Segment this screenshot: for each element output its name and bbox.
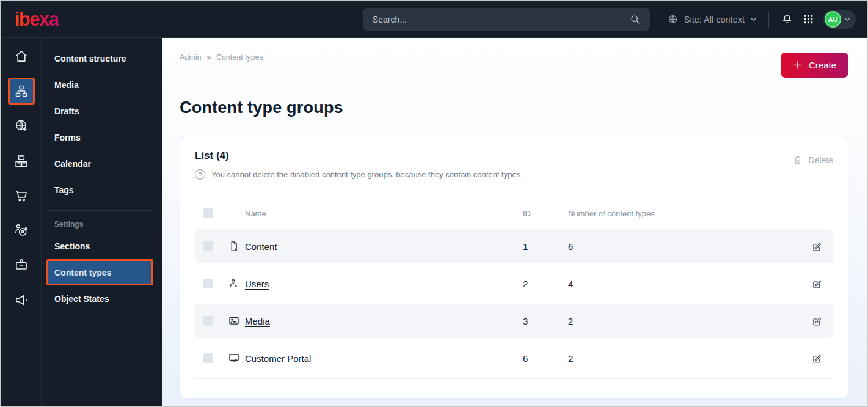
top-bar: ibexa Site: All context [1,1,867,38]
content-sidebar: Content structure Media Drafts Forms Cal… [41,38,162,406]
main-icon-rail [1,38,41,406]
edit-button[interactable] [811,315,822,327]
admin-badge-icon [13,257,29,273]
group-id: 6 [523,353,568,364]
chevron-down-icon [750,17,757,21]
search-icon[interactable] [629,13,641,26]
topbar-divider [768,12,769,28]
group-count: 4 [568,279,804,289]
megaphone-icon [13,292,29,308]
list-title: List (4) [195,150,523,162]
rail-item-personalization[interactable] [8,217,35,244]
group-id: 1 [523,241,568,252]
sidebar-item-content-structure[interactable]: Content structure [46,45,153,72]
edit-button[interactable] [811,241,822,252]
rail-item-dashboard[interactable] [8,43,35,70]
topbar-right-cluster: Site: All context AU [667,10,856,29]
chevron-down-icon [844,17,850,21]
ibexa-logo: ibexa [15,9,59,31]
select-all-checkbox[interactable] [203,208,213,218]
rail-item-site[interactable] [8,112,35,139]
edit-button[interactable] [811,353,822,364]
sidebar-item-forms[interactable]: Forms [46,124,153,150]
table-row-users: Users 2 4 [195,266,833,301]
rail-item-products[interactable] [8,147,35,174]
table-bottom-rule [195,378,833,379]
group-name-link[interactable]: Content [245,241,523,252]
personalization-icon [13,222,29,238]
group-name-link[interactable]: Users [245,279,523,289]
file-icon [228,240,245,252]
home-icon [13,48,29,64]
notifications-bell-icon[interactable] [781,13,793,26]
sidebar-item-media[interactable]: Media [46,72,153,98]
list-info-text: You cannot delete the disabled content t… [211,170,523,179]
table-row-content: Content 1 6 [195,229,833,263]
group-count: 2 [568,316,804,326]
column-header-name: Name [245,209,523,218]
rail-item-admin[interactable] [8,252,35,279]
help-icon: ? [195,169,205,180]
table-row-customer-portal: Customer Portal 6 2 [195,341,833,375]
breadcrumb: Admin > Content types [180,50,263,62]
app-grid-icon[interactable] [803,13,814,25]
sidebar-item-calendar[interactable]: Calendar [46,150,153,177]
create-button[interactable]: Create [781,53,848,78]
delete-button-label: Delete [809,155,833,165]
rail-item-content-structure[interactable] [8,78,35,105]
user-icon [228,277,245,290]
products-icon [13,153,29,169]
group-id: 2 [523,279,568,289]
avatar: AU [825,11,841,28]
column-header-id: ID [523,209,568,218]
group-name-link[interactable]: Customer Portal [245,353,523,364]
create-button-label: Create [809,60,836,70]
rail-item-commerce[interactable] [8,182,35,209]
breadcrumb-current: Content types [216,53,263,62]
user-menu[interactable]: AU [823,10,856,29]
plus-icon [793,61,802,70]
edit-button[interactable] [811,278,822,290]
table-header-row: Name ID Number of content types [195,197,833,229]
sidebar-item-drafts[interactable]: Drafts [46,98,153,124]
row-checkbox[interactable] [203,316,213,326]
main-content: Admin > Content types Create Content typ… [162,38,867,406]
app-window: ibexa Site: All context [0,0,868,407]
group-id: 3 [523,316,568,326]
group-count: 6 [568,241,804,252]
sidebar-item-object-states[interactable]: Object States [46,285,153,312]
group-name-link[interactable]: Media [245,316,523,326]
content-type-groups-card: List (4) ? You cannot delete the disable… [180,136,848,398]
breadcrumb-admin[interactable]: Admin [180,53,201,62]
site-context-selector[interactable]: Site: All context [667,13,757,25]
monitor-icon [228,352,245,364]
row-checkbox[interactable] [203,279,213,288]
global-search[interactable] [363,8,650,31]
sitemap-icon [14,84,29,98]
site-globe-icon [13,118,29,134]
group-count: 2 [568,353,804,364]
sidebar-item-sections[interactable]: Sections [46,233,153,259]
sidebar-item-tags[interactable]: Tags [46,177,153,203]
table-row-media: Media 3 2 [195,304,833,338]
row-checkbox[interactable] [203,353,213,363]
content-type-groups-table: Name ID Number of content types [195,197,833,379]
page-title: Content type groups [180,98,848,117]
globe-icon [667,13,679,25]
breadcrumb-separator: > [206,54,210,61]
cart-icon [13,188,29,204]
column-header-count: Number of content types [568,209,804,218]
site-context-label: Site: All context [684,15,745,24]
trash-icon [792,155,803,166]
delete-button[interactable]: Delete [792,155,833,166]
search-input[interactable] [373,15,629,24]
rail-item-marketing[interactable] [8,287,35,314]
sidebar-item-content-types[interactable]: Content types [46,259,153,285]
row-checkbox[interactable] [203,241,213,251]
sidebar-section-label: Settings [46,211,153,233]
image-icon [228,315,245,327]
